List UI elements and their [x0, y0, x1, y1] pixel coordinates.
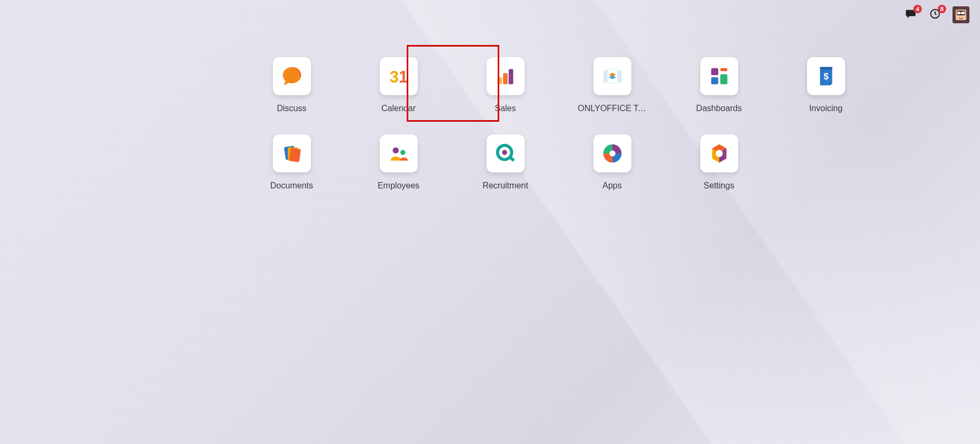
svg-rect-6 — [960, 13, 961, 14]
svg-rect-5 — [961, 12, 965, 14]
recruitment-icon — [487, 134, 525, 173]
svg-point-27 — [502, 150, 507, 155]
app-label: Employees — [378, 181, 419, 191]
invoicing-icon: $ — [807, 57, 845, 95]
svg-point-29 — [609, 150, 616, 157]
app-label: Calendar — [381, 104, 416, 113]
svg-text:3: 3 — [389, 68, 398, 86]
svg-rect-10 — [503, 73, 508, 84]
app-label: Invoicing — [809, 104, 842, 113]
app-grid: Discuss 3 1 Calendar Sales — [258, 57, 723, 191]
app-tile-dashboards[interactable]: Dashboards — [685, 57, 754, 113]
app-tile-settings[interactable]: Settings — [685, 134, 754, 191]
app-tile-sales[interactable]: Sales — [471, 57, 540, 113]
activity-button[interactable]: 8 — [928, 8, 942, 22]
messages-button[interactable]: 4 — [904, 8, 918, 22]
svg-rect-23 — [289, 148, 300, 162]
app-label: Recruitment — [482, 181, 528, 191]
app-label: Dashboards — [696, 104, 741, 113]
app-label: Sales — [494, 104, 516, 113]
documents-icon — [273, 134, 311, 173]
svg-rect-19 — [720, 74, 727, 84]
system-tray: 4 8 — [904, 6, 969, 23]
calendar-icon: 3 1 — [380, 57, 418, 95]
svg-rect-16 — [711, 68, 718, 75]
app-tile-discuss[interactable]: Discuss — [258, 57, 326, 113]
app-label: ONLYOFFICE Tem… — [578, 104, 647, 113]
svg-rect-11 — [508, 69, 513, 85]
svg-text:1: 1 — [399, 68, 408, 86]
onlyoffice-icon — [593, 57, 631, 95]
app-tile-calendar[interactable]: 3 1 Calendar — [364, 57, 433, 113]
svg-point-33 — [716, 150, 722, 157]
apps-icon — [593, 134, 631, 173]
svg-rect-4 — [957, 12, 960, 14]
settings-icon — [700, 134, 738, 173]
messages-badge: 4 — [913, 5, 922, 13]
employees-icon — [380, 134, 418, 173]
svg-rect-18 — [711, 77, 718, 84]
svg-text:$: $ — [823, 71, 829, 81]
app-launcher: Discuss 3 1 Calendar Sales — [258, 57, 723, 191]
avatar[interactable] — [952, 6, 969, 23]
svg-rect-17 — [720, 68, 727, 71]
app-tile-recruitment[interactable]: Recruitment — [471, 134, 540, 191]
app-label: Discuss — [277, 104, 306, 113]
svg-rect-9 — [497, 77, 502, 84]
app-tile-invoicing[interactable]: $ Invoicing — [792, 57, 860, 113]
bar-chart-icon — [487, 57, 525, 95]
svg-point-24 — [392, 148, 399, 154]
app-tile-employees[interactable]: Employees — [364, 134, 433, 191]
discuss-icon — [273, 57, 311, 95]
activity-badge: 8 — [938, 5, 946, 13]
dashboards-icon — [700, 57, 738, 95]
svg-point-25 — [400, 150, 405, 155]
app-tile-documents[interactable]: Documents — [258, 134, 326, 191]
app-tile-apps[interactable]: Apps — [578, 134, 647, 191]
app-label: Apps — [602, 181, 621, 191]
app-label: Documents — [270, 181, 313, 191]
app-tile-onlyoffice-templates[interactable]: ONLYOFFICE Tem… — [578, 57, 647, 113]
app-label: Settings — [704, 181, 735, 191]
